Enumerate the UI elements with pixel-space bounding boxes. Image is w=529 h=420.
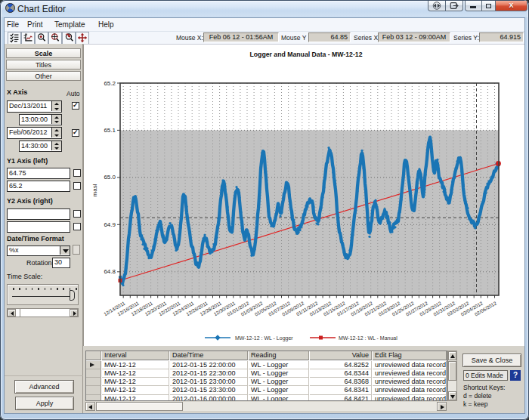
svg-text:MW-12-12 : WL - Logger: MW-12-12 : WL - Logger	[235, 335, 293, 341]
svg-text:MW-12-12 : WL - Manual: MW-12-12 : WL - Manual	[339, 335, 398, 341]
svg-text:65.2: 65.2	[104, 80, 116, 87]
svg-text:64.8: 64.8	[104, 268, 116, 275]
svg-text:Logger and Manual Data - MW-12: Logger and Manual Data - MW-12-12	[250, 51, 363, 58]
svg-text:65.0: 65.0	[104, 174, 116, 181]
svg-text:65.1: 65.1	[104, 127, 116, 134]
svg-text:64.9: 64.9	[104, 221, 116, 228]
svg-text:masl: masl	[91, 184, 98, 196]
